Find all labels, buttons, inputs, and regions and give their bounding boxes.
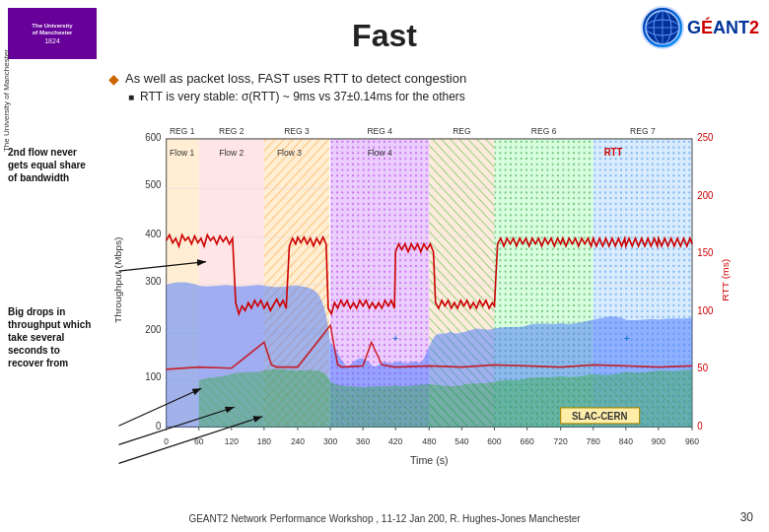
- svg-text:100: 100: [145, 371, 161, 382]
- svg-text:SLAC-CERN: SLAC-CERN: [572, 411, 627, 422]
- svg-text:REG 6: REG 6: [531, 126, 557, 136]
- svg-text:REG: REG: [453, 126, 471, 136]
- svg-text:RTT: RTT: [604, 147, 623, 158]
- manchester-subtitle: of Manchester: [33, 30, 73, 36]
- annotation-flow: 2nd flow never gets equal share of bandw…: [8, 146, 86, 184]
- svg-text:840: 840: [619, 435, 633, 445]
- svg-text:Flow 3: Flow 3: [277, 148, 302, 158]
- annotation-drops-line4: seconds to: [8, 344, 91, 357]
- square-bullet-icon: ■: [128, 92, 134, 102]
- annotation-flow-line3: of bandwidth: [8, 171, 86, 184]
- svg-text:REG 1: REG 1: [170, 126, 195, 136]
- manchester-year: 1824: [44, 37, 60, 44]
- svg-text:REG 3: REG 3: [284, 126, 310, 136]
- annotation-drops-line1: Big drops in: [8, 305, 91, 318]
- svg-text:+: +: [392, 332, 398, 344]
- svg-text:50: 50: [697, 363, 708, 373]
- annotation-drops: Big drops in throughput which take sever…: [8, 305, 91, 369]
- svg-text:540: 540: [454, 435, 468, 445]
- svg-text:+: +: [624, 332, 630, 344]
- svg-text:720: 720: [554, 435, 568, 445]
- page-number: 30: [740, 510, 753, 524]
- svg-text:Time (s): Time (s): [410, 454, 449, 466]
- bullet-sub: ■ RTT is very stable: σ(RTT) ~ 9ms vs 37…: [128, 90, 690, 103]
- annotation-drops-line2: throughput which: [8, 318, 91, 331]
- annotation-flow-line2: gets equal share: [8, 159, 86, 171]
- svg-text:0: 0: [697, 420, 703, 431]
- svg-text:0: 0: [156, 420, 162, 431]
- svg-text:660: 660: [520, 435, 533, 445]
- svg-text:960: 960: [685, 435, 699, 445]
- bullet-main: ◆ As well as packet loss, FAST uses RTT …: [108, 71, 690, 87]
- svg-text:REG 7: REG 7: [630, 126, 656, 136]
- svg-text:480: 480: [422, 435, 436, 445]
- page-title: Fast: [352, 18, 417, 54]
- svg-text:240: 240: [291, 435, 305, 445]
- manchester-logo: The University of Manchester 1824: [8, 8, 97, 59]
- svg-text:300: 300: [323, 435, 337, 445]
- svg-text:100: 100: [697, 304, 713, 315]
- chart-svg: 0 100 200 300 400 500 600 0 50 100 150 2…: [108, 116, 739, 478]
- footer-text: GEANT2 Network Performance Workshop , 11…: [188, 513, 580, 524]
- svg-text:360: 360: [356, 435, 370, 445]
- svg-text:250: 250: [697, 132, 713, 143]
- bullet-main-text: As well as packet loss, FAST uses RTT to…: [125, 71, 466, 86]
- svg-text:REG 4: REG 4: [367, 126, 392, 136]
- svg-text:120: 120: [225, 435, 239, 445]
- svg-text:200: 200: [145, 324, 161, 335]
- svg-text:300: 300: [145, 276, 161, 287]
- manchester-title: The University: [32, 23, 72, 30]
- svg-text:0: 0: [164, 435, 169, 445]
- chart-container: 0 100 200 300 400 500 600 0 50 100 150 2…: [108, 116, 739, 478]
- geant2-logo: GÉANT2: [641, 6, 759, 49]
- bullet-sub-text: RTT is very stable: σ(RTT) ~ 9ms vs 37±0…: [140, 90, 465, 103]
- annotation-drops-line5: recover from: [8, 357, 91, 369]
- svg-text:150: 150: [697, 247, 713, 258]
- svg-text:500: 500: [145, 179, 161, 190]
- svg-text:200: 200: [697, 189, 713, 200]
- vertical-university-text: The University of Manchester: [2, 49, 20, 152]
- svg-text:600: 600: [487, 435, 501, 445]
- svg-text:Flow 1: Flow 1: [170, 148, 194, 158]
- bullets-section: ◆ As well as packet loss, FAST uses RTT …: [108, 71, 690, 103]
- footer: GEANT2 Network Performance Workshop , 11…: [0, 513, 769, 524]
- svg-text:60: 60: [194, 435, 204, 445]
- svg-text:RTT (ms): RTT (ms): [721, 259, 732, 301]
- svg-text:180: 180: [257, 435, 271, 445]
- diamond-icon: ◆: [108, 71, 119, 87]
- svg-text:600: 600: [145, 132, 161, 143]
- svg-text:900: 900: [652, 435, 665, 445]
- annotation-flow-line1: 2nd flow never: [8, 146, 86, 159]
- annotation-drops-line3: take several: [8, 331, 91, 344]
- svg-text:Flow 2: Flow 2: [219, 148, 244, 158]
- svg-text:420: 420: [388, 435, 402, 445]
- svg-text:REG 2: REG 2: [219, 126, 245, 136]
- geant2-logo-circle: [641, 6, 684, 49]
- geant2-logo-text: GÉANT2: [687, 18, 759, 38]
- svg-text:780: 780: [587, 435, 600, 445]
- svg-text:Flow 4: Flow 4: [368, 148, 392, 158]
- svg-text:Throughput (Mbps): Throughput (Mbps): [112, 236, 123, 323]
- svg-text:400: 400: [145, 228, 161, 238]
